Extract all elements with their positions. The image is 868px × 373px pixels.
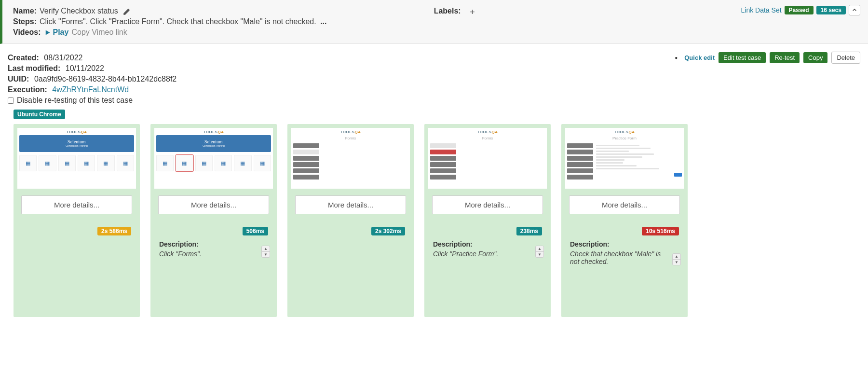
- test-case-header: Name: Verify Checkbox status Labels: Ste…: [0, 0, 868, 44]
- step-time-badge: 506ms: [243, 227, 268, 235]
- retest-button[interactable]: Re-test: [770, 52, 800, 63]
- status-badge: Passed: [785, 6, 814, 14]
- created-label: Created:: [8, 54, 39, 62]
- description-text: Click "Practice Form".: [433, 250, 542, 258]
- stepper-up-icon[interactable]: ▲: [262, 246, 270, 252]
- step-card: TOOLSQAFormsMore details...238msDescript…: [424, 124, 551, 317]
- uuid-label: UUID:: [8, 75, 29, 83]
- copy-vimeo-link[interactable]: Copy Vimeo link: [71, 28, 127, 37]
- name-value: Verify Checkbox status: [40, 7, 118, 15]
- steps-expand-icon[interactable]: ...: [318, 17, 327, 26]
- step-card: TOOLSQAPractice FormMore details...10s 5…: [561, 124, 688, 317]
- step-time-badge: 2s 302ms: [371, 227, 405, 235]
- stepper-down-icon[interactable]: ▼: [262, 252, 270, 257]
- edit-name-icon[interactable]: [123, 7, 130, 15]
- uuid-value: 0aa9fd9c-8619-4832-8b44-bb1242dc88f2: [34, 75, 176, 83]
- videos-label: Videos:: [13, 28, 41, 37]
- environment-tag[interactable]: Ubuntu Chrome: [14, 110, 65, 119]
- quick-edit-link[interactable]: Quick edit: [684, 54, 715, 61]
- modified-label: Last modified:: [8, 64, 60, 72]
- description-label: Description:: [433, 240, 542, 248]
- duration-badge: 16 secs: [816, 6, 846, 14]
- modified-value: 10/11/2022: [66, 64, 104, 72]
- description-label: Description:: [159, 240, 268, 248]
- step-card: TOOLSQAFormsMore details...2s 302ms: [287, 124, 414, 317]
- more-details-button[interactable]: More details...: [432, 195, 543, 214]
- created-value: 08/31/2022: [44, 54, 82, 62]
- step-time-badge: 10s 516ms: [642, 227, 679, 235]
- name-label: Name:: [13, 7, 37, 15]
- edit-test-case-button[interactable]: Edit test case: [719, 52, 766, 63]
- more-details-button[interactable]: More details...: [21, 195, 132, 214]
- bullet-icon: ●: [675, 55, 678, 60]
- description-text: Check that checkbox "Male" is not checke…: [570, 250, 679, 265]
- description-label: Description:: [570, 240, 679, 248]
- step-time-badge: 238ms: [516, 227, 542, 235]
- description-text: Click "Forms".: [159, 250, 268, 258]
- stepper-down-icon[interactable]: ▼: [536, 252, 543, 257]
- delete-button[interactable]: Delete: [831, 52, 860, 64]
- stepper-up-icon[interactable]: ▲: [536, 246, 543, 252]
- more-details-button[interactable]: More details...: [295, 195, 406, 214]
- play-label: Play: [53, 28, 69, 37]
- more-details-button[interactable]: More details...: [569, 195, 680, 214]
- description-stepper[interactable]: ▲▼: [261, 246, 270, 258]
- play-video-link[interactable]: Play: [44, 28, 69, 37]
- step-card: TOOLSQASeleniumCertification Training▦▦▦…: [14, 124, 140, 317]
- description-stepper[interactable]: ▲▼: [535, 246, 544, 258]
- execution-link[interactable]: 4wZhRYtnFaLNcntWd: [52, 85, 129, 94]
- stepper-down-icon[interactable]: ▼: [673, 260, 680, 265]
- more-details-button[interactable]: More details...: [158, 195, 269, 214]
- stepper-up-icon[interactable]: ▲: [673, 254, 680, 260]
- step-time-badge: 2s 586ms: [97, 227, 131, 235]
- steps-cards: TOOLSQASeleniumCertification Training▦▦▦…: [0, 124, 868, 327]
- execution-label: Execution:: [8, 85, 47, 94]
- link-dataset-link[interactable]: Link Data Set: [741, 6, 782, 14]
- steps-label: Steps:: [13, 17, 37, 26]
- description-stepper[interactable]: ▲▼: [672, 253, 681, 265]
- labels-label: Labels:: [434, 7, 461, 15]
- disable-retesting-checkbox[interactable]: [8, 97, 14, 104]
- steps-value: Click "Forms". Click "Practice Form". Ch…: [40, 17, 316, 26]
- collapse-toggle[interactable]: [849, 5, 860, 15]
- copy-button[interactable]: Copy: [803, 52, 827, 63]
- disable-retesting-label: Disable re-testing of this test case: [17, 96, 133, 105]
- meta-section: Created: 08/31/2022 Last modified: 10/11…: [0, 44, 868, 110]
- step-card: TOOLSQASeleniumCertification Training▦▦▦…: [150, 124, 277, 317]
- add-label-icon[interactable]: [469, 7, 476, 15]
